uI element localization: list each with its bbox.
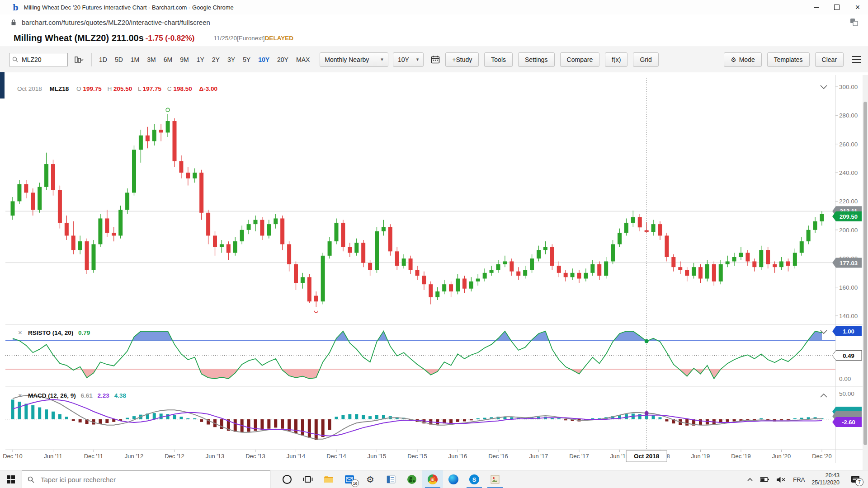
candle-body[interactable] <box>766 250 770 264</box>
candle-body[interactable] <box>638 217 642 227</box>
candle-body[interactable] <box>146 136 150 141</box>
candle-body[interactable] <box>186 173 190 178</box>
candle-body[interactable] <box>624 223 628 233</box>
candle-body[interactable] <box>422 276 426 284</box>
candle-body[interactable] <box>618 233 622 244</box>
candle-body[interactable] <box>341 223 345 247</box>
candle-body[interactable] <box>745 253 750 261</box>
grid-button[interactable]: Grid <box>633 52 658 67</box>
settings-icon[interactable]: ⚙ <box>360 470 381 488</box>
range-button-1y[interactable]: 1Y <box>197 56 204 63</box>
candle-body[interactable] <box>267 224 271 235</box>
candle-body[interactable] <box>44 164 48 187</box>
candle-body[interactable] <box>773 264 777 267</box>
candle-body[interactable] <box>92 244 96 270</box>
candle-body[interactable] <box>631 217 635 223</box>
candle-body[interactable] <box>78 241 82 250</box>
candle-body[interactable] <box>375 231 379 270</box>
candle-body[interactable] <box>58 190 62 223</box>
frequency-select[interactable]: Monthly Nearby ▾ <box>320 52 388 67</box>
range-button-max[interactable]: MAX <box>296 56 310 63</box>
candle-body[interactable] <box>226 244 231 253</box>
fx-button[interactable]: f(x) <box>605 52 627 67</box>
candle-body[interactable] <box>442 284 446 291</box>
candle-body[interactable] <box>173 121 177 161</box>
candle-body[interactable] <box>584 273 588 279</box>
candle-body[interactable] <box>11 201 15 216</box>
candle-body[interactable] <box>247 224 251 230</box>
candle-body[interactable] <box>152 130 156 141</box>
symbol-search-input[interactable] <box>21 56 63 64</box>
candle-body[interactable] <box>611 244 615 261</box>
candle-body[interactable] <box>294 264 298 283</box>
period-select[interactable]: 10Y ▾ <box>393 52 424 67</box>
candle-body[interactable] <box>604 261 608 276</box>
candle-body[interactable] <box>476 279 480 282</box>
candle-body[interactable] <box>509 261 514 271</box>
candle-body[interactable] <box>564 273 568 277</box>
candle-body[interactable] <box>38 187 42 210</box>
candle-body[interactable] <box>435 291 439 297</box>
scrollbar-thumb[interactable] <box>863 102 867 445</box>
candle-body[interactable] <box>213 235 217 247</box>
candle-body[interactable] <box>206 213 210 236</box>
chart-type-icon[interactable] <box>74 56 84 64</box>
range-button-1m[interactable]: 1M <box>131 56 139 63</box>
candle-body[interactable] <box>705 264 709 279</box>
candle-body[interactable] <box>793 253 797 266</box>
candle-body[interactable] <box>254 220 258 225</box>
range-button-6m[interactable]: 6M <box>164 56 172 63</box>
candle-body[interactable] <box>402 258 406 266</box>
task-view-icon[interactable] <box>297 470 318 488</box>
candle-body[interactable] <box>490 270 494 273</box>
candle-body[interactable] <box>807 230 811 241</box>
candle-body[interactable] <box>820 214 824 221</box>
volume-muted-icon[interactable] <box>776 476 786 483</box>
candle-body[interactable] <box>287 244 291 264</box>
price-panel-collapse-icon[interactable] <box>821 85 827 89</box>
candle-body[interactable] <box>530 258 534 270</box>
candle-body[interactable] <box>543 247 547 250</box>
candle-body[interactable] <box>483 273 487 279</box>
candle-body[interactable] <box>462 279 467 289</box>
templates-button[interactable]: Templates <box>767 52 810 67</box>
tractor-app-icon[interactable] <box>401 470 422 488</box>
macd-close-icon[interactable]: × <box>18 391 22 399</box>
candle-body[interactable] <box>260 220 264 236</box>
candle-body[interactable] <box>537 250 541 258</box>
range-button-9m[interactable]: 9M <box>180 56 189 63</box>
candle-body[interactable] <box>577 273 581 279</box>
candle-body[interactable] <box>382 227 386 231</box>
candle-body[interactable] <box>348 247 352 253</box>
file-explorer-icon[interactable] <box>318 470 339 488</box>
taskbar-search[interactable] <box>22 470 270 488</box>
candle-body[interactable] <box>550 247 554 266</box>
study-button[interactable]: +Study <box>445 52 479 67</box>
range-button-5y[interactable]: 5Y <box>243 56 250 63</box>
clear-button[interactable]: Clear <box>815 52 844 67</box>
candle-body[interactable] <box>779 261 783 267</box>
range-button-10y[interactable]: 10Y <box>258 56 269 63</box>
candle-body[interactable] <box>456 279 460 292</box>
settings-button[interactable]: Settings <box>518 52 555 67</box>
candle-body[interactable] <box>71 235 75 250</box>
range-button-5d[interactable]: 5D <box>115 56 123 63</box>
image-editor-icon[interactable] <box>485 470 505 488</box>
candle-body[interactable] <box>51 164 55 190</box>
candle-body[interactable] <box>726 261 730 264</box>
candle-body[interactable] <box>698 267 703 278</box>
rsisto-close-icon[interactable]: × <box>18 328 22 336</box>
candle-body[interactable] <box>17 184 21 201</box>
candle-body[interactable] <box>800 241 804 253</box>
candle-body[interactable] <box>665 235 669 257</box>
candle-body[interactable] <box>280 218 284 244</box>
compare-button[interactable]: Compare <box>560 52 600 67</box>
candle-body[interactable] <box>395 251 399 266</box>
tray-chevron-up-icon[interactable] <box>747 478 753 482</box>
range-button-3y[interactable]: 3Y <box>227 56 235 63</box>
candle-body[interactable] <box>449 284 453 291</box>
candle-body[interactable] <box>307 277 311 301</box>
candle-body[interactable] <box>118 210 123 235</box>
tools-button[interactable]: Tools <box>484 52 513 67</box>
skype-icon[interactable]: S <box>464 470 485 488</box>
